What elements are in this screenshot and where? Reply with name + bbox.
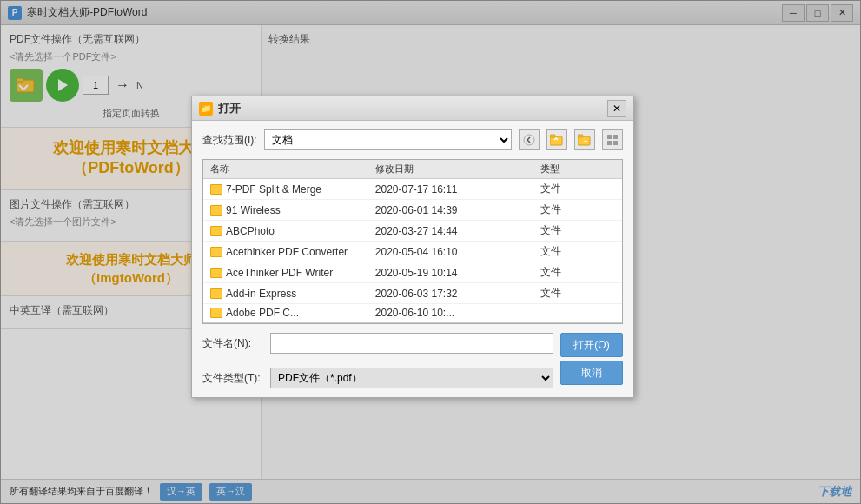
file-name: Add-in Express xyxy=(226,288,296,300)
dialog-title: 打开 xyxy=(218,101,607,116)
svg-rect-12 xyxy=(613,141,618,145)
open-file-dialog: 📁 打开 ✕ 查找范围(I): 文档 xyxy=(191,96,634,398)
bottom-form-left: 文件名(N): 文件类型(T): PDF文件（*.pdf） xyxy=(202,333,553,388)
file-name: Adobe PDF C... xyxy=(226,307,299,319)
filename-row: 文件名(N): xyxy=(202,333,553,354)
file-date: 2020-07-17 16:11 xyxy=(368,181,533,198)
nav-back-button[interactable] xyxy=(519,129,540,150)
file-row[interactable]: ABCPhoto 2020-03-27 14:44 文件 xyxy=(203,221,622,242)
file-date: 2020-05-04 16:10 xyxy=(368,243,533,261)
hscroll-thumb[interactable] xyxy=(205,324,309,325)
dialog-icon: 📁 xyxy=(199,102,213,116)
main-window: P 寒时文档大师-PDFtoWord ─ □ ✕ PDF文件操作（无需互联网） … xyxy=(0,0,861,504)
dialog-close-button[interactable]: ✕ xyxy=(607,100,626,117)
file-date: 2020-06-01 14:39 xyxy=(368,202,533,219)
file-name: 7-PDF Split & Merge xyxy=(226,183,321,196)
col-name-header: 名称 xyxy=(203,160,368,178)
col-type-header: 类型 xyxy=(533,160,622,178)
svg-point-3 xyxy=(524,135,534,145)
filename-label: 文件名(N): xyxy=(202,336,263,351)
look-in-select[interactable]: 文档 xyxy=(264,129,512,150)
file-list: 7-PDF Split & Merge 2020-07-17 16:11 文件 … xyxy=(203,179,622,322)
svg-rect-11 xyxy=(607,141,612,145)
svg-rect-5 xyxy=(550,135,555,137)
folder-icon xyxy=(210,288,222,299)
file-name: Acethinker PDF Converter xyxy=(226,246,348,258)
folder-icon xyxy=(210,308,222,318)
file-list-container[interactable]: 名称 修改日期 类型 7-PDF Split & Merge 2020-07-1… xyxy=(202,159,623,324)
file-name: AceThinker PDF Writer xyxy=(226,267,333,279)
bottom-form: 文件名(N): 文件类型(T): PDF文件（*.pdf） 打开(O) xyxy=(202,333,623,388)
file-date: 2020-06-03 17:32 xyxy=(368,285,533,302)
file-row[interactable]: 7-PDF Split & Merge 2020-07-17 16:11 文件 xyxy=(203,179,622,200)
file-name: 91 Wireless xyxy=(226,204,281,216)
file-list-header: 名称 修改日期 类型 xyxy=(203,160,622,179)
file-row[interactable]: 91 Wireless 2020-06-01 14:39 文件 xyxy=(203,200,622,221)
filetype-select[interactable]: PDF文件（*.pdf） xyxy=(270,368,553,388)
file-type: 文件 xyxy=(533,200,622,220)
svg-text:+: + xyxy=(584,137,588,145)
file-type xyxy=(533,310,622,315)
file-row[interactable]: Add-in Express 2020-06-03 17:32 文件 xyxy=(203,283,622,304)
folder-icon xyxy=(210,247,222,257)
file-row[interactable]: Acethinker PDF Converter 2020-05-04 16:1… xyxy=(203,242,622,262)
file-name: ABCPhoto xyxy=(226,225,275,237)
file-row[interactable]: Adobe PDF C... 2020-06-10 10:... xyxy=(203,304,622,322)
folder-icon xyxy=(210,205,222,216)
cancel-button[interactable]: 取消 xyxy=(560,361,623,385)
file-date: 2020-03-27 14:44 xyxy=(368,222,533,240)
file-type: 文件 xyxy=(533,179,622,199)
look-in-row: 查找范围(I): 文档 xyxy=(202,129,623,150)
svg-rect-10 xyxy=(613,135,618,139)
filetype-row: 文件类型(T): PDF文件（*.pdf） xyxy=(202,368,553,388)
look-in-label: 查找范围(I): xyxy=(202,133,257,148)
dialog-overlay: 📁 打开 ✕ 查找范围(I): 文档 xyxy=(0,0,861,504)
col-date-header: 修改日期 xyxy=(368,160,533,178)
svg-rect-7 xyxy=(578,135,583,137)
nav-view-button[interactable] xyxy=(602,129,623,150)
filetype-label: 文件类型(T): xyxy=(202,371,263,386)
filename-input[interactable] xyxy=(270,333,553,354)
nav-new-folder-button[interactable]: + xyxy=(574,129,595,150)
svg-rect-9 xyxy=(607,135,612,139)
file-row[interactable]: AceThinker PDF Writer 2020-05-19 10:14 文… xyxy=(203,262,622,283)
dialog-title-bar: 📁 打开 ✕ xyxy=(192,96,633,121)
dialog-buttons: 打开(O) 取消 xyxy=(560,333,623,385)
folder-icon xyxy=(210,226,222,236)
horizontal-scrollbar[interactable] xyxy=(203,322,622,324)
file-type: 文件 xyxy=(533,283,622,303)
file-date: 2020-06-10 10:... xyxy=(368,304,533,322)
dialog-body: 查找范围(I): 文档 xyxy=(192,121,633,397)
folder-icon xyxy=(210,268,222,278)
file-date: 2020-05-19 10:14 xyxy=(368,264,533,282)
file-type: 文件 xyxy=(533,242,622,262)
nav-folder-open-button[interactable] xyxy=(546,129,567,150)
file-type: 文件 xyxy=(533,221,622,241)
file-type: 文件 xyxy=(533,262,622,282)
folder-icon xyxy=(210,184,222,195)
open-button[interactable]: 打开(O) xyxy=(560,333,623,357)
